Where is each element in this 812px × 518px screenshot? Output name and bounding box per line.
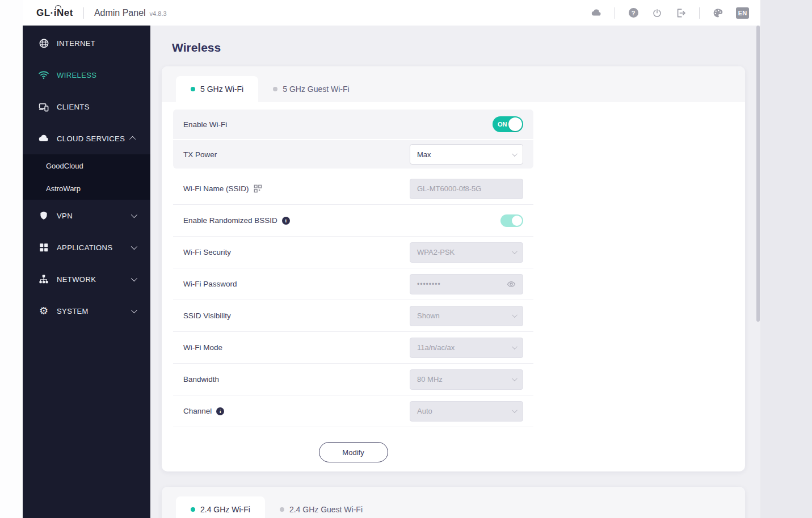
channel-select[interactable]: Auto [410, 401, 523, 422]
ssid-label: Wi-Fi Name (SSID) [183, 184, 249, 193]
wifi-mode-select[interactable]: 11a/n/ac/ax [410, 338, 523, 358]
sidebar-item-label: SYSTEM [57, 307, 89, 315]
sidebar-item-applications[interactable]: APPLICATIONS [23, 231, 150, 263]
tab-5ghz-guest-wifi[interactable]: 5 GHz Guest Wi-Fi [258, 76, 364, 102]
wifi-security-value: WPA2-PSK [417, 248, 455, 256]
tab-label: 5 GHz Wi-Fi [200, 85, 243, 94]
sidebar-item-system[interactable]: ⚙ SYSTEM [23, 295, 150, 327]
bandwidth-value: 80 MHz [417, 375, 443, 384]
eye-icon[interactable] [507, 280, 516, 289]
cloud-icon[interactable] [591, 7, 602, 19]
chevron-down-icon [131, 212, 137, 218]
wifi-24ghz-tabbar: 2.4 GHz Wi-Fi 2.4 GHz Guest Wi-Fi [162, 487, 745, 518]
tx-power-row: TX Power Max [173, 139, 533, 169]
tx-power-label: TX Power [183, 150, 217, 159]
sidebar: INTERNET WIRELESS CLIENTS CLOUD SERVICES… [23, 26, 150, 518]
bandwidth-row: Bandwidth 80 MHz [173, 364, 533, 395]
chevron-down-icon [512, 249, 518, 254]
channel-value: Auto [417, 407, 432, 415]
qr-code-icon[interactable] [254, 184, 262, 193]
sidebar-item-clients[interactable]: CLIENTS [23, 91, 150, 123]
left-gutter [0, 0, 23, 518]
wifi-mode-label: Wi-Fi Mode [183, 343, 222, 352]
sidebar-item-label: NETWORK [57, 275, 96, 284]
wifi-password-input[interactable]: •••••••• [410, 274, 523, 294]
tab-5ghz-wifi[interactable]: 5 GHz Wi-Fi [176, 76, 258, 102]
admin-panel-title: Admin Panel [94, 8, 146, 18]
help-icon[interactable]: ? [628, 7, 639, 19]
info-icon[interactable]: i [216, 407, 224, 415]
tab-24ghz-wifi[interactable]: 2.4 GHz Wi-Fi [176, 496, 265, 518]
tx-power-select[interactable]: Max [410, 144, 523, 165]
enable-wifi-toggle[interactable]: ON [493, 116, 523, 132]
wifi-password-row: Wi-Fi Password •••••••• [173, 268, 533, 300]
sitemap-icon [38, 274, 49, 284]
wifi-5ghz-card: 5 GHz Wi-Fi 5 GHz Guest Wi-Fi Enable Wi-… [162, 66, 745, 471]
sidebar-item-wireless[interactable]: WIRELESS [23, 59, 150, 91]
chevron-down-icon [512, 407, 518, 413]
ssid-visibility-value: Shown [417, 311, 440, 320]
wifi-24ghz-card: 2.4 GHz Wi-Fi 2.4 GHz Guest Wi-Fi [162, 487, 745, 518]
chevron-up-icon [129, 136, 136, 142]
submenu-item-astrowarp[interactable]: AstroWarp [23, 177, 150, 200]
ssid-visibility-label: SSID Visibility [183, 311, 231, 320]
chevron-down-icon [131, 275, 137, 281]
top-header: GL·iNet Admin Panel v4.8.3 ? EN [23, 0, 760, 26]
wifi-mode-value: 11a/n/ac/ax [417, 343, 455, 352]
randomized-bssid-toggle[interactable] [500, 214, 523, 227]
chevron-down-icon [512, 344, 518, 349]
gear-icon: ⚙ [38, 306, 49, 316]
scrollbar-thumb[interactable] [756, 26, 760, 322]
ssid-visibility-select[interactable]: Shown [410, 306, 523, 326]
header-divider [83, 7, 84, 19]
sidebar-item-network[interactable]: NETWORK [23, 263, 150, 295]
modify-button[interactable]: Modify [319, 442, 388, 462]
globe-icon [38, 38, 49, 49]
toggle-knob [512, 216, 522, 226]
language-badge[interactable]: EN [736, 7, 749, 19]
sidebar-item-vpn[interactable]: VPN [23, 200, 150, 231]
tab-status-dot [191, 87, 195, 91]
cloud-services-submenu: GoodCloud AstroWarp [23, 154, 150, 200]
bandwidth-select[interactable]: 80 MHz [410, 369, 523, 390]
power-icon[interactable] [651, 7, 663, 19]
tab-status-dot [273, 87, 277, 91]
chevron-down-icon [131, 307, 137, 313]
wifi-5ghz-form: Enable Wi-Fi ON TX Power Max [173, 110, 533, 462]
sidebar-item-label: CLIENTS [57, 103, 90, 111]
submenu-item-goodcloud[interactable]: GoodCloud [23, 154, 150, 177]
enable-group: Enable Wi-Fi ON TX Power Max [173, 110, 533, 169]
ssid-input[interactable]: GL-MT6000-0f8-5G [410, 179, 523, 199]
sidebar-item-label: CLOUD SERVICES [57, 134, 125, 143]
chevron-down-icon [512, 151, 518, 157]
palette-icon[interactable] [712, 7, 723, 19]
toggle-on-label: ON [498, 121, 507, 128]
page-title: Wireless [172, 41, 221, 54]
sidebar-item-internet[interactable]: INTERNET [23, 27, 150, 59]
sidebar-item-cloud-services[interactable]: CLOUD SERVICES [23, 123, 150, 154]
wifi-password-value: •••••••• [417, 280, 441, 288]
ssid-row: Wi-Fi Name (SSID) GL-MT6000-0f8-5G [173, 173, 533, 205]
logout-icon[interactable] [675, 7, 687, 19]
grid-icon [38, 242, 49, 252]
sidebar-item-label: INTERNET [57, 39, 95, 48]
tab-status-dot [191, 507, 195, 512]
wifi-security-select[interactable]: WPA2-PSK [410, 242, 523, 263]
info-icon[interactable]: i [282, 217, 290, 225]
enable-wifi-label: Enable Wi-Fi [183, 120, 227, 129]
tab-label: 2.4 GHz Guest Wi-Fi [289, 505, 363, 514]
sidebar-item-label: VPN [57, 212, 73, 220]
randomized-bssid-label: Enable Randomized BSSID [183, 216, 277, 225]
wifi-security-row: Wi-Fi Security WPA2-PSK [173, 237, 533, 268]
glinet-logo: GL·iNet [36, 7, 73, 19]
tab-label: 5 GHz Guest Wi-Fi [283, 85, 349, 94]
enable-wifi-row: Enable Wi-Fi ON [173, 110, 533, 139]
chevron-down-icon [512, 312, 518, 318]
channel-row: Channel i Auto [173, 395, 533, 427]
devices-icon [38, 102, 49, 112]
channel-label: Channel [183, 407, 212, 415]
version-label: v4.8.3 [150, 10, 167, 17]
tab-status-dot [280, 507, 284, 512]
wifi-security-label: Wi-Fi Security [183, 248, 231, 256]
tab-24ghz-guest-wifi[interactable]: 2.4 GHz Guest Wi-Fi [265, 496, 377, 518]
